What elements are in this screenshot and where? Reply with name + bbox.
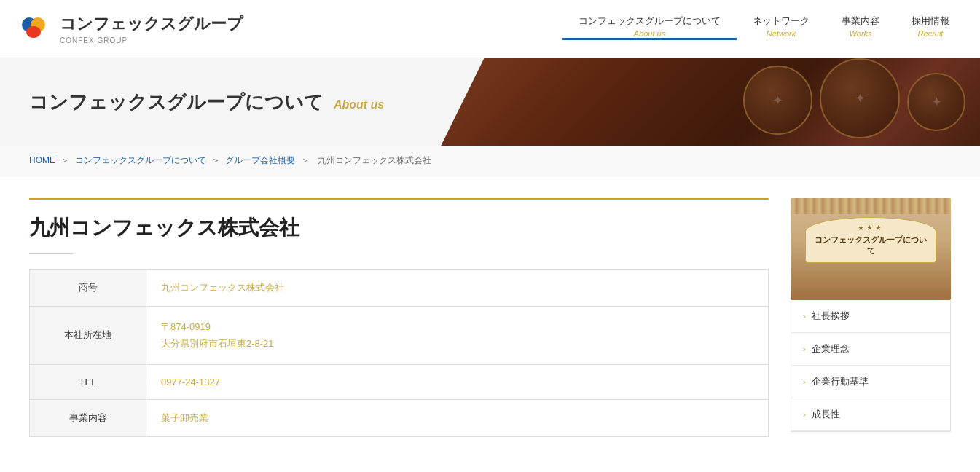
sidebar-nav-item[interactable]: ›企業行動基準 bbox=[791, 366, 950, 398]
table-header-cell: 商号 bbox=[30, 270, 146, 307]
breadcrumb-sep-1: ＞ bbox=[60, 155, 71, 165]
sub-divider bbox=[29, 253, 73, 254]
breadcrumb-sep-2: ＞ bbox=[211, 155, 222, 165]
breadcrumb-sep-3: ＞ bbox=[301, 155, 312, 165]
hero-title-en: About us bbox=[334, 98, 384, 111]
hero-title: コンフェックスグループについて About us bbox=[0, 90, 384, 115]
table-data-cell: 菓子卸売業 bbox=[146, 399, 769, 436]
content-area: 九州コンフェックス株式会社 商号九州コンフェックス株式会社本社所在地〒874-0… bbox=[29, 198, 769, 437]
table-header-cell: TEL bbox=[30, 364, 146, 399]
confex-logo-icon bbox=[15, 10, 52, 48]
sidebar-image: ★★★ コンフェックスグループについて bbox=[791, 198, 951, 300]
table-data-cell: 九州コンフェックス株式会社 bbox=[146, 270, 769, 307]
table-row: TEL0977-24-1327 bbox=[30, 364, 769, 399]
sidebar-nav-label: 企業行動基準 bbox=[812, 375, 869, 388]
table-row: 事業内容菓子卸売業 bbox=[30, 399, 769, 436]
breadcrumb-home[interactable]: HOME bbox=[29, 155, 55, 165]
sidebar-nav-label: 成長性 bbox=[812, 408, 840, 421]
table-body: 商号九州コンフェックス株式会社本社所在地〒874-0919大分県別府市石垣東2-… bbox=[30, 270, 769, 437]
chevron-right-icon: › bbox=[803, 312, 806, 320]
main-nav: コンフェックスグループについて About us ネットワーク Network … bbox=[562, 15, 965, 43]
logo-area: コンフェックスグループ CONFEX GROUP bbox=[15, 10, 243, 48]
cookie-decoration-2 bbox=[820, 58, 900, 138]
breadcrumb-current: 九州コンフェックス株式会社 bbox=[318, 155, 431, 165]
sidebar-image-text: コンフェックスグループについて bbox=[813, 235, 928, 256]
hero-title-ja: コンフェックスグループについて bbox=[29, 91, 324, 113]
sidebar: ★★★ コンフェックスグループについて ›社長挨拶›企業理念›企業行動基準›成長… bbox=[791, 198, 951, 437]
sidebar-nav-label: 社長挨拶 bbox=[812, 310, 850, 323]
cookie-decoration-3 bbox=[907, 73, 965, 131]
cookie-decoration-1 bbox=[743, 66, 812, 135]
table-data-cell: 0977-24-1327 bbox=[146, 364, 769, 399]
header: コンフェックスグループ CONFEX GROUP コンフェックスグループについて… bbox=[0, 0, 980, 58]
table-header-cell: 本社所在地 bbox=[30, 307, 146, 365]
sidebar-nav-item[interactable]: ›企業理念 bbox=[791, 333, 950, 366]
page-title: 九州コンフェックス株式会社 bbox=[29, 214, 769, 242]
logo-text: コンフェックスグループ bbox=[60, 13, 243, 35]
breadcrumb-about[interactable]: コンフェックスグループについて bbox=[75, 155, 206, 165]
top-divider bbox=[29, 198, 769, 200]
company-info-table: 商号九州コンフェックス株式会社本社所在地〒874-0919大分県別府市石垣東2-… bbox=[29, 269, 769, 437]
sidebar-nav-label: 企業理念 bbox=[812, 342, 850, 355]
chevron-right-icon: › bbox=[803, 345, 806, 353]
main-area: 九州コンフェックス株式会社 商号九州コンフェックス株式会社本社所在地〒874-0… bbox=[0, 176, 980, 459]
sidebar-label: ★★★ コンフェックスグループについて bbox=[805, 217, 936, 263]
sidebar-nav-item[interactable]: ›成長性 bbox=[791, 398, 950, 431]
sidebar-cork bbox=[791, 198, 951, 214]
table-data-cell: 〒874-0919大分県別府市石垣東2-8-21 bbox=[146, 307, 769, 365]
svg-point-2 bbox=[26, 26, 41, 38]
chevron-right-icon: › bbox=[803, 377, 806, 386]
nav-item-recruit[interactable]: 採用情報 Recruit bbox=[895, 15, 965, 40]
sidebar-nav: ›社長挨拶›企業理念›企業行動基準›成長性 bbox=[791, 300, 951, 432]
breadcrumb-overview[interactable]: グループ会社概要 bbox=[225, 155, 295, 165]
chevron-right-icon: › bbox=[803, 410, 806, 419]
hero-banner: コンフェックスグループについて About us bbox=[0, 58, 980, 146]
nav-item-works[interactable]: 事業内容 Works bbox=[826, 15, 895, 40]
table-row: 商号九州コンフェックス株式会社 bbox=[30, 270, 769, 307]
nav-item-network[interactable]: ネットワーク Network bbox=[737, 15, 826, 40]
table-row: 本社所在地〒874-0919大分県別府市石垣東2-8-21 bbox=[30, 307, 769, 365]
sidebar-nav-item[interactable]: ›社長挨拶 bbox=[791, 300, 950, 333]
hero-decoration bbox=[743, 66, 965, 138]
sidebar-stars: ★★★ bbox=[813, 224, 928, 232]
logo-sub: CONFEX GROUP bbox=[60, 36, 243, 44]
breadcrumb: HOME ＞ コンフェックスグループについて ＞ グループ会社概要 ＞ 九州コン… bbox=[0, 146, 980, 176]
table-header-cell: 事業内容 bbox=[30, 399, 146, 436]
nav-item-about[interactable]: コンフェックスグループについて About us bbox=[562, 15, 737, 40]
